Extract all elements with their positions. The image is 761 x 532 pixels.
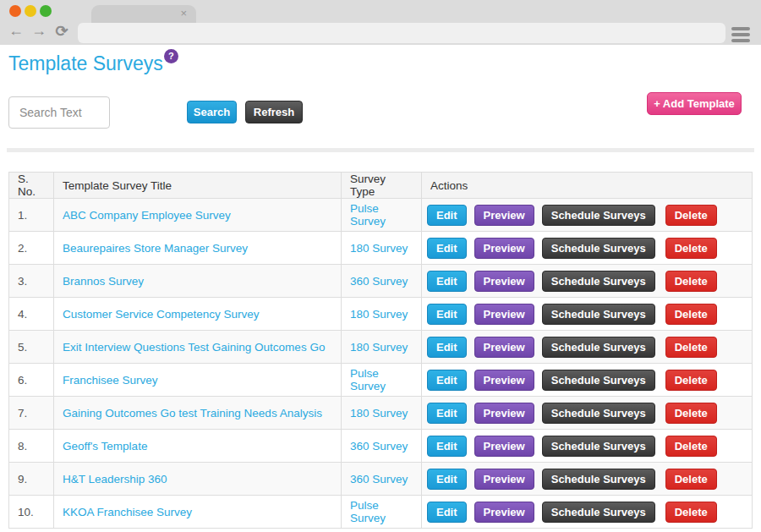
schedule-surveys-button[interactable]: Schedule Surveys bbox=[542, 469, 655, 490]
survey-title-link[interactable]: Gaining Outcomes Go test Training Needs … bbox=[63, 407, 322, 420]
table-row: 3.Brannos Survey360 SurveyEditPreviewSch… bbox=[9, 265, 753, 298]
survey-type: 180 Survey bbox=[342, 331, 422, 364]
schedule-surveys-button[interactable]: Schedule Surveys bbox=[542, 370, 655, 391]
survey-type: Pulse Survey bbox=[342, 364, 422, 397]
delete-button[interactable]: Delete bbox=[665, 370, 717, 391]
browser-tab[interactable]: × bbox=[91, 5, 196, 23]
row-number: 6. bbox=[9, 364, 54, 397]
delete-button[interactable]: Delete bbox=[665, 337, 717, 358]
actions-cell: EditPreviewSchedule SurveysDelete bbox=[422, 430, 753, 463]
edit-button[interactable]: Edit bbox=[427, 403, 467, 424]
preview-button[interactable]: Preview bbox=[474, 502, 534, 523]
actions-cell: EditPreviewSchedule SurveysDelete bbox=[422, 298, 753, 331]
schedule-surveys-button[interactable]: Schedule Surveys bbox=[542, 502, 655, 523]
survey-title-cell: KKOA Franchisee Survey bbox=[54, 496, 342, 529]
delete-button[interactable]: Delete bbox=[665, 304, 717, 325]
row-number: 2. bbox=[9, 232, 54, 265]
preview-button[interactable]: Preview bbox=[474, 469, 534, 490]
help-icon[interactable]: ? bbox=[164, 49, 178, 63]
reload-icon[interactable]: ⟳ bbox=[54, 22, 69, 41]
search-button[interactable]: Search bbox=[187, 101, 237, 123]
survey-type: 360 Survey bbox=[342, 430, 422, 463]
schedule-surveys-button[interactable]: Schedule Surveys bbox=[542, 205, 655, 226]
preview-button[interactable]: Preview bbox=[474, 403, 534, 424]
delete-button[interactable]: Delete bbox=[665, 469, 717, 490]
menu-icon[interactable] bbox=[731, 27, 750, 42]
table-row: 10.KKOA Franchisee SurveyPulse SurveyEdi… bbox=[9, 496, 753, 529]
preview-button[interactable]: Preview bbox=[474, 337, 534, 358]
survey-title-link[interactable]: KKOA Franchisee Survey bbox=[63, 506, 192, 518]
header-sno: S. No. bbox=[9, 173, 54, 199]
schedule-surveys-button[interactable]: Schedule Surveys bbox=[542, 403, 655, 424]
schedule-surveys-button[interactable]: Schedule Surveys bbox=[542, 337, 655, 358]
edit-button[interactable]: Edit bbox=[427, 502, 467, 523]
window-close-dot[interactable] bbox=[9, 5, 21, 17]
table-header-row: S. No. Template Survey Title Survey Type… bbox=[9, 173, 753, 199]
schedule-surveys-button[interactable]: Schedule Surveys bbox=[542, 436, 655, 457]
tab-close-icon[interactable]: × bbox=[180, 7, 187, 20]
delete-button[interactable]: Delete bbox=[665, 502, 717, 523]
preview-button[interactable]: Preview bbox=[474, 205, 534, 226]
survey-title-link[interactable]: Beaurepaires Store Manager Survey bbox=[63, 242, 248, 255]
search-input[interactable] bbox=[8, 96, 110, 129]
survey-title-cell: Geoff's Template bbox=[54, 430, 342, 463]
edit-button[interactable]: Edit bbox=[427, 238, 467, 259]
edit-button[interactable]: Edit bbox=[427, 304, 467, 325]
preview-button[interactable]: Preview bbox=[474, 436, 534, 457]
page-title-text: Template Surveys bbox=[8, 52, 163, 74]
actions-cell: EditPreviewSchedule SurveysDelete bbox=[422, 397, 753, 430]
table-row: 2.Beaurepaires Store Manager Survey180 S… bbox=[9, 232, 753, 265]
table-row: 1.ABC Company Employee SurveyPulse Surve… bbox=[9, 199, 753, 232]
preview-button[interactable]: Preview bbox=[474, 238, 534, 259]
survey-title-link[interactable]: Franchisee Survey bbox=[63, 374, 158, 387]
actions-cell: EditPreviewSchedule SurveysDelete bbox=[422, 364, 753, 397]
edit-button[interactable]: Edit bbox=[427, 205, 467, 226]
survey-title-link[interactable]: Exit Interview Questions Test Gaining Ou… bbox=[63, 341, 325, 354]
table-row: 9.H&T Leadership 360360 SurveyEditPrevie… bbox=[9, 463, 753, 496]
survey-type: 180 Survey bbox=[342, 397, 422, 430]
section-divider bbox=[7, 148, 754, 152]
browser-chrome: × ← → ⟳ bbox=[0, 0, 761, 45]
delete-button[interactable]: Delete bbox=[665, 238, 717, 259]
preview-button[interactable]: Preview bbox=[474, 271, 534, 292]
forward-icon[interactable]: → bbox=[31, 22, 47, 41]
row-number: 3. bbox=[9, 265, 54, 298]
schedule-surveys-button[interactable]: Schedule Surveys bbox=[542, 304, 655, 325]
edit-button[interactable]: Edit bbox=[427, 436, 467, 457]
back-icon[interactable]: ← bbox=[8, 22, 24, 41]
row-number: 8. bbox=[9, 430, 54, 463]
survey-title-link[interactable]: Geoff's Template bbox=[63, 440, 147, 452]
window-minimize-dot[interactable] bbox=[25, 5, 36, 17]
preview-button[interactable]: Preview bbox=[474, 370, 534, 391]
add-template-button[interactable]: + Add Template bbox=[647, 92, 742, 115]
survey-title-link[interactable]: Customer Service Competency Survey bbox=[63, 308, 260, 321]
schedule-surveys-button[interactable]: Schedule Surveys bbox=[542, 238, 655, 259]
delete-button[interactable]: Delete bbox=[665, 403, 717, 424]
table-row: 4.Customer Service Competency Survey180 … bbox=[9, 298, 753, 331]
edit-button[interactable]: Edit bbox=[427, 469, 467, 490]
refresh-button[interactable]: Refresh bbox=[245, 101, 303, 123]
survey-title-link[interactable]: H&T Leadership 360 bbox=[63, 473, 167, 485]
survey-title-link[interactable]: ABC Company Employee Survey bbox=[63, 209, 231, 222]
table-row: 5.Exit Interview Questions Test Gaining … bbox=[9, 331, 753, 364]
preview-button[interactable]: Preview bbox=[474, 304, 534, 325]
schedule-surveys-button[interactable]: Schedule Surveys bbox=[542, 271, 655, 292]
edit-button[interactable]: Edit bbox=[427, 337, 467, 358]
window-maximize-dot[interactable] bbox=[40, 5, 52, 17]
edit-button[interactable]: Edit bbox=[427, 370, 467, 391]
page-title: Template Surveys? bbox=[8, 52, 178, 75]
edit-button[interactable]: Edit bbox=[427, 271, 467, 292]
actions-cell: EditPreviewSchedule SurveysDelete bbox=[422, 265, 753, 298]
survey-type: Pulse Survey bbox=[342, 496, 422, 529]
actions-cell: EditPreviewSchedule SurveysDelete bbox=[422, 199, 753, 232]
delete-button[interactable]: Delete bbox=[665, 205, 717, 226]
delete-button[interactable]: Delete bbox=[665, 436, 717, 457]
address-bar[interactable] bbox=[78, 23, 725, 43]
header-type: Survey Type bbox=[342, 173, 422, 199]
survey-title-cell: H&T Leadership 360 bbox=[54, 463, 342, 496]
survey-title-link[interactable]: Brannos Survey bbox=[63, 275, 144, 288]
survey-title-cell: Franchisee Survey bbox=[54, 364, 342, 397]
survey-title-cell: Customer Service Competency Survey bbox=[54, 298, 342, 331]
delete-button[interactable]: Delete bbox=[665, 271, 717, 292]
survey-title-cell: Gaining Outcomes Go test Training Needs … bbox=[54, 397, 342, 430]
